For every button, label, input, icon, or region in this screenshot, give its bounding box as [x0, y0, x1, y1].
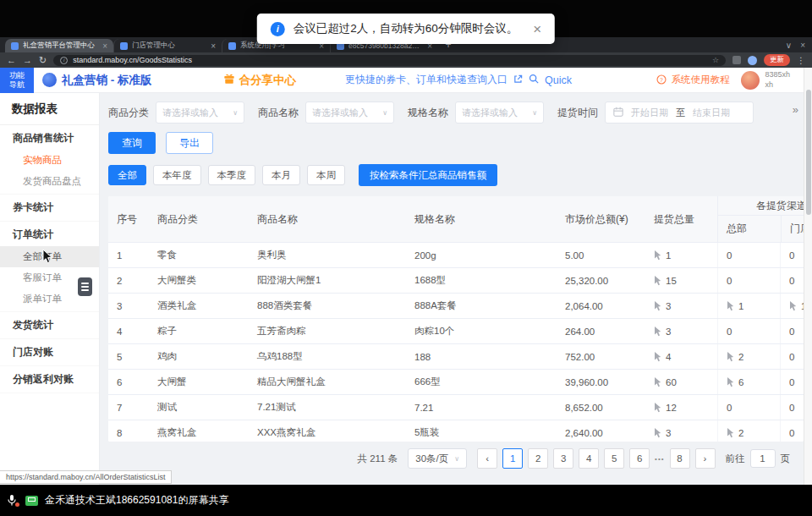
browser-menu-icon[interactable]: ⋮ [797, 56, 805, 65]
table-cell: 0 [780, 243, 804, 267]
browser-profile-avatar[interactable] [748, 56, 757, 65]
pickup-count[interactable]: 60 [666, 377, 677, 387]
share-center-link[interactable]: 合分享中心 [223, 73, 297, 88]
pickup-count[interactable]: 12 [666, 403, 677, 413]
page-button[interactable]: 1 [502, 448, 523, 469]
tutorial-link[interactable]: ? 系统使用教程 [656, 74, 729, 86]
range-tab[interactable]: 本周 [307, 165, 345, 185]
page-button[interactable]: 8 [670, 448, 690, 469]
tab-search-icon[interactable]: ∨ [786, 41, 792, 50]
filter-placeholder: 请选择或输入 [462, 107, 518, 119]
pickup-count[interactable]: 15 [666, 276, 677, 286]
page-button[interactable]: 4 [579, 448, 599, 469]
toast-close-icon[interactable]: × [533, 22, 541, 36]
microphone-icon[interactable] [7, 494, 19, 508]
pickup-count[interactable]: 3 [666, 428, 671, 438]
table-cell[interactable]: 4 [645, 344, 717, 369]
browser-update-button[interactable]: 更新 [764, 54, 790, 66]
table-cell[interactable]: 3 [645, 420, 717, 442]
table-cell[interactable]: 1 [780, 294, 804, 318]
sidebar-group-label[interactable]: 订单统计 [0, 223, 99, 246]
query-button[interactable]: 查询 [108, 132, 156, 154]
forward-icon[interactable]: → [23, 56, 32, 65]
table-cell[interactable]: 1 [717, 294, 780, 318]
reload-icon[interactable]: ↻ [39, 56, 47, 65]
table-cell: 39,960.00 [557, 370, 645, 394]
table-cell: 奥利奥 [249, 243, 406, 267]
toast-message: 会议已超过2人，自动转为60分钟限时会议。 [294, 21, 518, 36]
table-cell[interactable]: 2 [717, 420, 780, 442]
page-button[interactable]: 5 [604, 448, 624, 469]
bookmark-star-icon[interactable]: ☆ [712, 56, 719, 64]
sidebar-collapse-handle[interactable] [78, 277, 92, 296]
date-range-picker[interactable]: 开始日期至结束日期 [605, 102, 754, 124]
table-cell[interactable]: 2 [717, 344, 780, 369]
table-row: 6大闸蟹精品大闸蟹礼盒666型39,960.006060 [108, 370, 804, 395]
table-cell: 五芳斋肉粽 [249, 319, 406, 343]
table-cell[interactable]: 3 [645, 294, 717, 318]
address-bar[interactable]: i standard.maboy.cn/GoodsStatistics ☆ [53, 55, 726, 66]
user-menu[interactable]: 8385xh xh [741, 70, 790, 90]
screen-share-icon[interactable] [25, 496, 38, 506]
prev-page-button[interactable]: ‹ [477, 448, 497, 469]
pickup-link-icon [789, 301, 798, 311]
filter-select[interactable]: 请选择或输入∨ [455, 102, 544, 124]
goto-page-input[interactable] [750, 449, 776, 468]
sidebar-item[interactable]: 实物商品 [0, 150, 99, 171]
range-tab[interactable]: 本月 [262, 165, 300, 185]
pickup-count[interactable]: 1 [666, 250, 671, 261]
pickup-count[interactable]: 4 [666, 352, 671, 362]
sidebar-group-label[interactable]: 分销返利对账 [0, 368, 99, 391]
summary-button[interactable]: 按检索条件汇总商品销售额 [359, 164, 497, 186]
browser-tab[interactable]: 门店管理中心× [113, 39, 222, 52]
range-tab[interactable]: 本年度 [153, 165, 201, 185]
page-button[interactable]: 2 [528, 448, 548, 469]
table-cell[interactable]: 15 [645, 268, 717, 293]
export-button[interactable]: 导出 [166, 132, 213, 154]
chevron-down-icon: ∨ [454, 455, 459, 463]
scrollbar-thumb[interactable] [806, 90, 811, 215]
filter-placeholder: 请选择或输入 [162, 107, 218, 119]
table-cell: 0 [780, 420, 804, 442]
sidebar-group-label[interactable]: 券卡统计 [0, 196, 99, 219]
collapse-filters-icon[interactable]: » [793, 103, 798, 116]
pickup-count[interactable]: 3 [666, 327, 671, 337]
tab-close-icon[interactable]: × [211, 41, 216, 51]
pickup-count[interactable]: 2 [738, 428, 743, 438]
site-info-icon[interactable]: i [60, 57, 68, 64]
sidebar-group-label[interactable]: 商品销售统计 [0, 127, 99, 150]
page-scrollbar[interactable] [804, 68, 812, 485]
sidebar-title: 数据报表 [0, 93, 99, 125]
pickup-count[interactable]: 6 [738, 377, 743, 387]
tab-close-icon[interactable]: × [102, 41, 107, 51]
pickup-count[interactable]: 2 [738, 352, 743, 362]
table-cell[interactable]: 60 [645, 370, 717, 394]
table-cell[interactable]: 1 [645, 243, 717, 267]
page-size-select[interactable]: 30条/页 ∨ [408, 448, 467, 469]
extensions-icon[interactable] [732, 56, 741, 64]
range-tab[interactable]: 本季度 [208, 165, 256, 185]
pickup-count[interactable]: 1 [738, 301, 743, 311]
table-cell[interactable]: 12 [645, 395, 717, 420]
pickup-count[interactable]: 3 [666, 301, 671, 311]
table-cell[interactable]: 3 [645, 319, 717, 343]
channel-group-label: 各提货渠道 [718, 196, 804, 216]
back-icon[interactable]: ← [7, 56, 16, 65]
url-text[interactable]: standard.maboy.cn/GoodsStatistics [73, 56, 707, 64]
sidebar-item[interactable]: 发货商品盘点 [0, 171, 99, 192]
next-page-button[interactable]: › [695, 448, 716, 469]
mouse-cursor [42, 249, 53, 265]
table-cell[interactable]: 6 [717, 370, 780, 394]
browser-tab[interactable]: 礼盒营销平台管理中心× [5, 39, 113, 52]
window-close-icon[interactable]: × [800, 41, 805, 50]
pickup-link-icon [654, 352, 662, 362]
page-button[interactable]: 3 [553, 448, 573, 469]
sidebar-group-label[interactable]: 门店对账 [0, 341, 99, 364]
range-tab[interactable]: 全部 [108, 165, 146, 185]
function-nav-toggle[interactable]: 功能导航 [0, 68, 34, 93]
filter-select[interactable]: 请选择或输入∨ [156, 102, 244, 124]
page-button[interactable]: 6 [629, 448, 650, 469]
sidebar-group-label[interactable]: 发货统计 [0, 314, 99, 337]
quick-entry-link[interactable]: 更快捷的券卡、订单和快递查询入口 Quick [345, 73, 572, 87]
filter-select[interactable]: 请选择或输入∨ [305, 102, 394, 124]
